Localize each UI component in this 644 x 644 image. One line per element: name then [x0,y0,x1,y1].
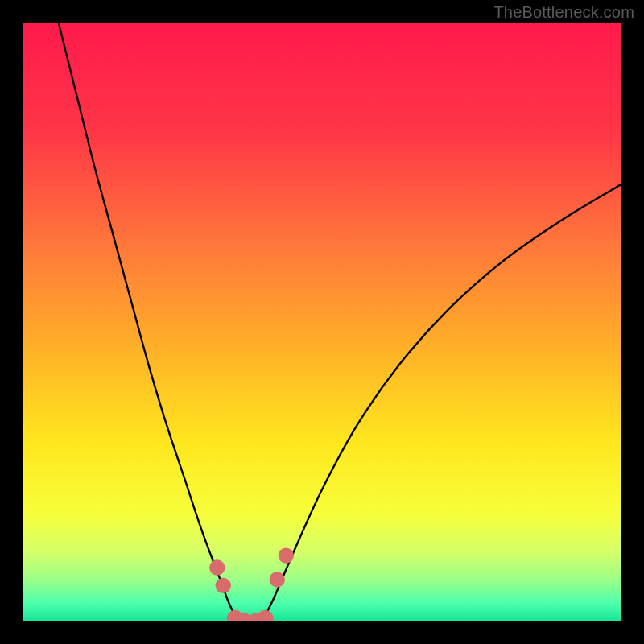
right-curve [262,184,621,621]
floor-dot-4 [257,610,274,621]
left-curve [59,23,238,621]
left-dot-1 [209,559,225,575]
right-dot-2 [279,547,294,563]
left-dot-2 [216,578,231,593]
watermark-text: TheBottleneck.com [493,3,634,22]
marker-group [209,547,294,621]
plot-area [23,23,621,621]
right-dot-1 [270,572,285,587]
chart-stage: TheBottleneck.com [0,0,644,644]
curves-layer [23,23,621,621]
